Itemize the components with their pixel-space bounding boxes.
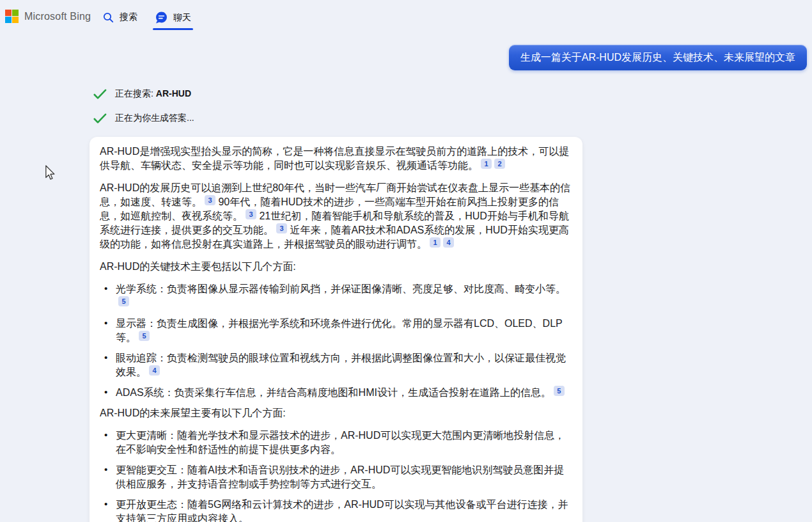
tab-chat[interactable]: 聊天 [155, 12, 191, 24]
answer-card: AR-HUD是增强现实型抬头显示的简称，它是一种将信息直接显示在驾驶员前方的道路… [90, 137, 582, 522]
user-message-bubble: 生成一篇关于AR-HUD发展历史、关键技术、未来展望的文章 [509, 45, 807, 70]
answer-text: AR-HUD的未来展望主要有以下几个方面: [100, 407, 286, 418]
citation-badge[interactable]: 5 [118, 296, 129, 306]
microsoft-logo-icon [5, 10, 19, 23]
answer-text: 更开放更生态：随着5G网络和云计算技术的进步，AR-HUD可以实现与其他设备或平… [116, 499, 568, 522]
bullet-marker: • [104, 281, 107, 296]
answer-content: AR-HUD是增强现实型抬头显示的简称，它是一种将信息直接显示在驾驶员前方的道路… [100, 145, 574, 522]
chat-bubble-icon [155, 12, 168, 24]
answer-text: AR-HUD的关键技术主要包括以下几个方面: [100, 261, 296, 272]
citation-badge[interactable]: 5 [554, 386, 565, 396]
status-generating-text: 正在为你生成答案... [115, 113, 194, 124]
answer-bullet-item: •更智能更交互：随着AI技术和语音识别技术的进步，AR-HUD可以实现更智能地识… [100, 463, 574, 491]
citation-badge[interactable]: 3 [276, 223, 287, 233]
bullet-marker: • [104, 385, 107, 399]
answer-text: 更大更清晰：随着光学技术和显示器技术的进步，AR-HUD可以实现更大范围内更清晰… [116, 430, 565, 455]
status-generating: 正在为你生成答案... [93, 113, 194, 124]
bing-logo[interactable]: Microsoft Bing [5, 10, 91, 23]
answer-bullet-item: •光学系统：负责将图像从显示器传输到前风挡，并保证图像清晰、亮度足够、对比度高、… [100, 282, 574, 310]
answer-bullet-item: •眼动追踪：负责检测驾驶员的眼球位置和视线方向，并根据此调整图像位置和大小，以保… [100, 351, 574, 379]
citation-badge[interactable]: 1 [430, 237, 441, 248]
bullet-marker: • [104, 428, 107, 442]
tab-search-label: 搜索 [120, 12, 137, 23]
answer-text: 显示器：负责生成图像，并根据光学系统和环境条件进行优化。常用的显示器有LCD、O… [116, 318, 563, 343]
answer-paragraph: AR-HUD是增强现实型抬头显示的简称，它是一种将信息直接显示在驾驶员前方的道路… [100, 145, 574, 173]
answer-paragraph: AR-HUD的关键技术主要包括以下几个方面: [100, 260, 574, 274]
status-searching-text: 正在搜索: AR-HUD [115, 88, 191, 100]
answer-paragraph: AR-HUD的发展历史可以追溯到上世纪80年代，当时一些汽车厂商开始尝试在仪表盘… [100, 181, 574, 251]
citation-badge[interactable]: 1 [481, 159, 492, 169]
tab-chat-label: 聊天 [173, 12, 191, 24]
check-icon [93, 89, 107, 100]
active-tab-indicator [153, 28, 193, 30]
bullet-marker: • [104, 351, 107, 365]
citation-badge[interactable]: 4 [443, 237, 454, 248]
answer-text: 更智能更交互：随着AI技术和语音识别技术的进步，AR-HUD可以实现更智能地识别… [116, 464, 564, 489]
bullet-marker: • [104, 316, 107, 330]
answer-text: ADAS系统：负责采集行车信息，并结合高精度地图和HMI设计，生成适合投射在道路… [116, 387, 551, 398]
answer-text: 眼动追踪：负责检测驾驶员的眼球位置和视线方向，并根据此调整图像位置和大小，以保证… [116, 352, 566, 377]
answer-paragraph: AR-HUD的未来展望主要有以下几个方面: [100, 406, 574, 420]
answer-text: 光学系统：负责将图像从显示器传输到前风挡，并保证图像清晰、亮度足够、对比度高、畸… [116, 283, 566, 294]
citation-badge[interactable]: 3 [205, 195, 215, 205]
tab-search[interactable]: 搜索 [103, 12, 137, 23]
citation-badge[interactable]: 5 [139, 331, 150, 341]
citation-badge[interactable]: 4 [149, 365, 160, 376]
mouse-cursor [45, 165, 56, 180]
brand-text: Microsoft Bing [24, 11, 91, 22]
answer-bullet-item: •更大更清晰：随着光学技术和显示器技术的进步，AR-HUD可以实现更大范围内更清… [100, 429, 574, 457]
citation-badge[interactable]: 3 [246, 209, 256, 219]
answer-bullet-item: •更开放更生态：随着5G网络和云计算技术的进步，AR-HUD可以实现与其他设备或… [100, 498, 574, 522]
search-icon [103, 12, 114, 23]
status-searching: 正在搜索: AR-HUD [93, 88, 191, 100]
bullet-marker: • [104, 463, 107, 477]
bullet-marker: • [104, 497, 107, 511]
check-icon [93, 113, 107, 124]
citation-badge[interactable]: 2 [494, 159, 505, 169]
answer-bullet-item: •ADAS系统：负责采集行车信息，并结合高精度地图和HMI设计，生成适合投射在道… [100, 386, 574, 400]
answer-bullet-item: •显示器：负责生成图像，并根据光学系统和环境条件进行优化。常用的显示器有LCD、… [100, 317, 574, 345]
